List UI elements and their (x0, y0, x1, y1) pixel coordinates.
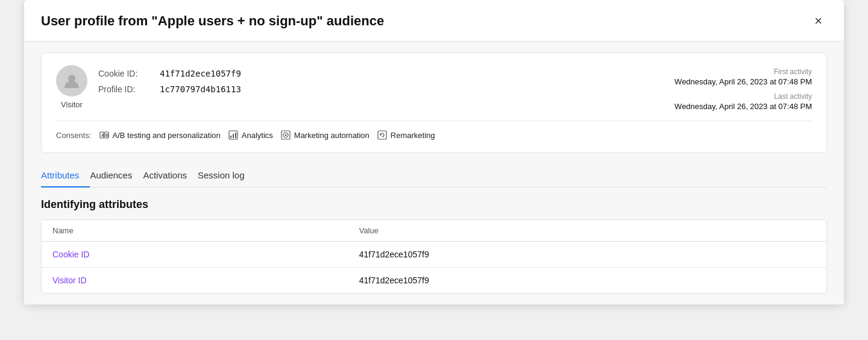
profile-id-row: Profile ID: 1c770797d4b16113 (98, 84, 241, 94)
table-row: Visitor ID 41f71d2ece1057f9 (42, 268, 826, 293)
profile-top: Visitor Cookie ID: 41f71d2ece1057f9 Prof… (56, 65, 812, 111)
analytics-icon (228, 130, 239, 140)
profile-activity: First activity Wednesday, April 26, 2023… (675, 65, 812, 111)
profile-divider (56, 121, 812, 121)
svg-text:B: B (105, 133, 108, 137)
last-activity-label: Last activity (675, 92, 812, 101)
consent-analytics-label: Analytics (242, 131, 273, 140)
modal-header: User profile from "Apple users + no sign… (24, 0, 844, 42)
modal-title: User profile from "Apple users + no sign… (41, 13, 384, 29)
consent-marketing: Marketing automation (280, 130, 370, 140)
cookie-id-label: Cookie ID: (98, 69, 153, 78)
tab-activations[interactable]: Activations (143, 164, 198, 187)
last-activity-value: Wednesday, April 26, 2023 at 07:48 PM (675, 102, 812, 111)
svg-rect-12 (378, 131, 386, 139)
attributes-table: Name Value Cookie ID 41f71d2ece1057f9 (41, 219, 827, 294)
marketing-icon (280, 130, 291, 140)
consent-remarketing-label: Remarketing (391, 131, 435, 140)
cookie-id-row-value: 41f71d2ece1057f9 (348, 242, 826, 268)
tabs-row: Attributes Audiences Activations Session… (41, 164, 827, 187)
cookie-id-value: 41f71d2ece1057f9 (160, 69, 241, 78)
visitor-id-row-value: 41f71d2ece1057f9 (348, 268, 826, 293)
first-activity-label: First activity (675, 68, 812, 76)
consents-label: Consents: (56, 131, 92, 140)
svg-text:A: A (101, 133, 104, 137)
avatar (56, 65, 87, 96)
svg-point-11 (285, 134, 286, 136)
modal: User profile from "Apple users + no sign… (24, 0, 844, 304)
cookie-id-row: Cookie ID: 41f71d2ece1057f9 (98, 69, 241, 78)
first-activity-value: Wednesday, April 26, 2023 at 07:48 PM (675, 77, 812, 86)
modal-body: Visitor Cookie ID: 41f71d2ece1057f9 Prof… (24, 42, 844, 304)
tab-session-log[interactable]: Session log (198, 164, 256, 187)
col-value-header: Value (348, 220, 826, 242)
user-icon (63, 72, 81, 90)
table-row: Cookie ID 41f71d2ece1057f9 (42, 242, 826, 268)
profile-left: Visitor Cookie ID: 41f71d2ece1057f9 Prof… (56, 65, 241, 109)
svg-rect-8 (235, 133, 236, 138)
ab-icon: A B (99, 130, 110, 140)
last-activity-block: Last activity Wednesday, April 26, 2023 … (675, 92, 812, 111)
visitor-label: Visitor (61, 100, 83, 109)
cookie-id-row-name: Cookie ID (42, 242, 348, 268)
svg-rect-6 (230, 136, 231, 138)
consents-row: Consents: A B A/B testing and personaliz… (56, 130, 812, 140)
profile-ids: Cookie ID: 41f71d2ece1057f9 Profile ID: … (98, 65, 241, 94)
attributes-section-title: Identifying attributes (41, 198, 827, 211)
col-name-header: Name (42, 220, 348, 242)
avatar-wrap: Visitor (56, 65, 87, 109)
profile-id-label: Profile ID: (98, 84, 153, 94)
close-button[interactable]: × (810, 12, 827, 30)
visitor-id-link[interactable]: Visitor ID (52, 275, 87, 285)
remarketing-icon (377, 130, 388, 140)
tab-attributes[interactable]: Attributes (41, 164, 90, 187)
consent-analytics: Analytics (228, 130, 273, 140)
consent-remarketing: Remarketing (377, 130, 435, 140)
tab-audiences[interactable]: Audiences (90, 164, 143, 187)
consent-ab-testing: A B A/B testing and personalization (99, 130, 221, 140)
profile-card: Visitor Cookie ID: 41f71d2ece1057f9 Prof… (41, 52, 827, 153)
cookie-id-link[interactable]: Cookie ID (52, 250, 89, 259)
svg-rect-7 (233, 134, 234, 138)
attributes-section: Identifying attributes Name Value Cookie… (41, 198, 827, 294)
visitor-id-row-name: Visitor ID (42, 268, 348, 293)
consent-marketing-label: Marketing automation (294, 131, 370, 140)
profile-id-value: 1c770797d4b16113 (160, 84, 241, 94)
first-activity-block: First activity Wednesday, April 26, 2023… (675, 68, 812, 86)
consent-ab-label: A/B testing and personalization (113, 131, 221, 140)
modal-overlay: User profile from "Apple users + no sign… (0, 0, 868, 340)
